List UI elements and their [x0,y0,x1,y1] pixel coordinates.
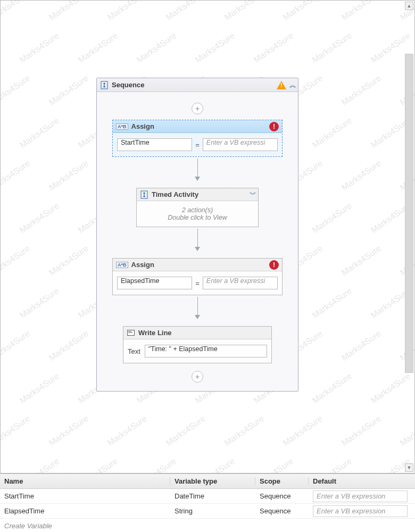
equals-sign: = [195,141,200,149]
scroll-up-button[interactable]: ▲ [405,2,413,10]
workflow-canvas[interactable]: Marks4SureMarks4SureMarks4SureMarks4Sure… [0,0,415,473]
assign2-label: Assign [131,261,279,269]
assign1-value-field[interactable]: Enter a VB expressi [203,138,278,151]
var-default-field[interactable]: Enter a VB expression [313,491,408,502]
col-default[interactable]: Default [309,477,415,485]
assign-activity-elapsedtime[interactable]: A*B Assign ! ElapsedTime = Enter a VB ex… [112,258,283,295]
var-name[interactable]: StartTime [0,492,170,500]
variables-header-row: Name Variable type Scope Default [0,474,415,489]
variable-row[interactable]: ElapsedTime String Sequence Enter a VB e… [0,504,415,519]
timed-activity[interactable]: Timed Activity ︾ 2 action(s) Double clic… [136,188,259,227]
var-scope[interactable]: Sequence [255,507,309,515]
writeline-activity[interactable]: Write Line Text "Time: " + ElapsedTime [123,326,272,363]
warning-icon [277,81,286,89]
sequence-icon [140,190,148,199]
error-icon: ! [269,260,279,270]
writeline-text-label: Text [128,347,140,355]
assign1-header[interactable]: A*B Assign ! [113,120,282,133]
equals-sign: = [195,279,200,287]
flow-arrow [195,157,200,182]
add-activity-bottom[interactable]: + [192,371,203,383]
timed-actions-count: 2 action(s) [141,206,254,214]
writeline-icon [127,329,135,337]
sequence-header[interactable]: Sequence ︽ [97,78,298,92]
timed-header[interactable]: Timed Activity ︾ [137,188,258,201]
collapse-icon[interactable]: ︽ [289,80,295,90]
assign-icon: A*B [116,123,128,130]
assign1-to-field[interactable]: StartTime [117,138,192,151]
variables-panel: Name Variable type Scope Default StartTi… [0,473,415,532]
var-name[interactable]: ElapsedTime [0,507,170,515]
flow-arrow [195,227,200,253]
sequence-body: + A*B Assign ! StartTime = Enter a VB ex… [97,92,298,391]
sequence-title: Sequence [112,81,277,89]
writeline-header[interactable]: Write Line [123,327,271,339]
col-type[interactable]: Variable type [170,477,255,485]
var-type[interactable]: String [170,507,255,515]
sequence-activity[interactable]: Sequence ︽ + A*B Assign ! StartTime = En… [96,78,298,392]
assign1-label: Assign [131,122,279,130]
create-variable[interactable]: Create Variable [0,519,415,532]
assign2-header[interactable]: A*B Assign ! [113,259,282,271]
writeline-text-field[interactable]: "Time: " + ElapsedTime [145,345,267,358]
writeline-label: Write Line [138,329,268,337]
timed-label: Timed Activity [152,190,250,198]
assign2-value-field[interactable]: Enter a VB expressi [203,277,278,289]
error-icon: ! [269,122,279,131]
timed-hint: Double click to View [141,214,254,221]
assign-activity-starttime[interactable]: A*B Assign ! StartTime = Enter a VB expr… [112,120,283,157]
var-default-field[interactable]: Enter a VB expression [313,505,408,517]
scroll-down-button[interactable]: ▼ [405,463,413,472]
scrollbar-thumb[interactable] [405,54,413,373]
variable-row[interactable]: StartTime DateTime Sequence Enter a VB e… [0,489,415,504]
col-name[interactable]: Name [0,477,170,485]
expand-icon[interactable]: ︾ [250,190,255,200]
var-scope[interactable]: Sequence [255,492,309,500]
sequence-icon [100,81,109,89]
var-type[interactable]: DateTime [170,492,255,500]
add-activity-top[interactable]: + [192,103,203,114]
assign2-to-field[interactable]: ElapsedTime [117,277,192,289]
flow-arrow [195,295,200,321]
col-scope[interactable]: Scope [255,477,309,485]
assign-icon: A*B [116,262,128,268]
